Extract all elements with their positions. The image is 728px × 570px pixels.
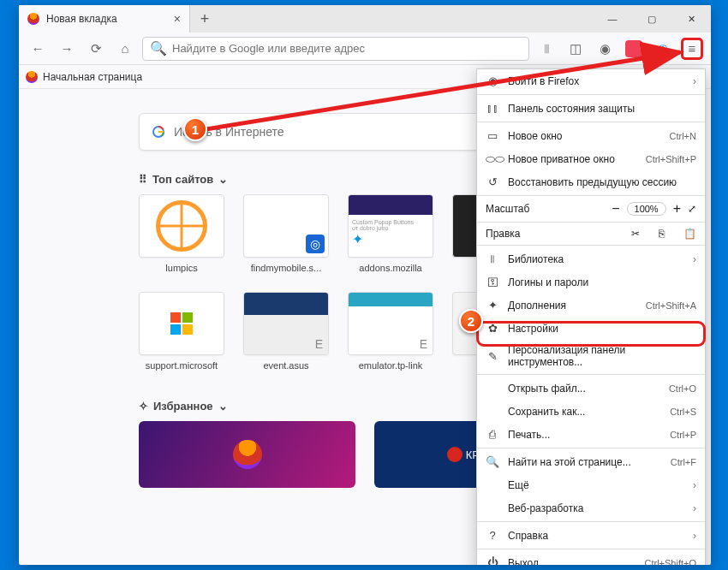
reload-button[interactable]: ⟳	[84, 37, 108, 61]
zoom-in-button[interactable]: +	[673, 201, 681, 217]
menu-save[interactable]: Сохранить как...Ctrl+S	[477, 400, 705, 423]
firefox-favicon-icon	[27, 13, 39, 25]
menu-exit[interactable]: ⏻ВыходCtrl+Shift+Q	[477, 551, 705, 565]
menu-print[interactable]: ⎙Печать...Ctrl+P	[477, 423, 705, 446]
tile-tplink[interactable]: Eemulator.tp-link	[348, 292, 433, 371]
account-icon[interactable]: ◉	[593, 37, 617, 61]
forward-button[interactable]: →	[55, 37, 79, 61]
cut-icon[interactable]: ✂	[631, 228, 640, 240]
star-icon: ✧	[139, 400, 148, 413]
back-button[interactable]: ←	[26, 37, 50, 61]
tile-asus[interactable]: Eevent.asus	[243, 292, 329, 371]
print-icon: ⎙	[486, 428, 499, 441]
firefox-favicon-icon	[26, 71, 38, 83]
titlebar: Новая вкладка × + — ▢ ✕	[19, 5, 711, 33]
app-menu: ◉Войти в Firefox› ⫿⫿Панель состояния защ…	[476, 68, 706, 565]
tile-findmymobile[interactable]: ◎findmymobile.s...	[243, 194, 329, 273]
puzzle-icon: ✦	[486, 299, 499, 312]
menu-more[interactable]: Ещё›	[477, 473, 705, 496]
tab-title: Новая вкладка	[46, 13, 167, 25]
library-icon[interactable]: ⫴	[534, 37, 558, 61]
maximize-button[interactable]: ▢	[632, 5, 671, 33]
grid-icon: ⠿	[139, 173, 147, 186]
tile-lumpics[interactable]: lumpics	[139, 194, 224, 273]
shield-icon: ⫿⫿	[486, 102, 499, 115]
menu-restore[interactable]: ↺Восстановить предыдущую сессию	[477, 170, 705, 193]
menu-new-window[interactable]: ▭Новое окноCtrl+N	[477, 124, 705, 147]
menu-help[interactable]: ?Справка›	[477, 524, 705, 547]
mask-icon: ⬭⬭	[486, 152, 499, 166]
fullscreen-icon[interactable]: ⤢	[688, 203, 696, 215]
eye-icon[interactable]: 👁	[651, 37, 675, 61]
zoom-value[interactable]: 100%	[627, 202, 666, 216]
menu-open[interactable]: Открыть файл...Ctrl+O	[477, 377, 705, 400]
library-icon: ⫴	[486, 252, 499, 266]
paste-icon[interactable]: 📋	[683, 228, 696, 240]
menu-protection[interactable]: ⫿⫿Панель состояния защиты	[477, 97, 705, 120]
browser-window: Новая вкладка × + — ▢ ✕ ← → ⟳ ⌂ 🔍 ⫴ ◫ ◉ …	[19, 5, 711, 565]
chevron-right-icon: ›	[693, 530, 696, 542]
tile-microsoft[interactable]: support.microsoft	[139, 292, 224, 371]
annotation-step-1: 1	[183, 117, 207, 141]
toolbar: ← → ⟳ ⌂ 🔍 ⫴ ◫ ◉ 👁 ≡	[19, 33, 711, 65]
close-icon[interactable]: ×	[174, 12, 181, 26]
tile-addons[interactable]: Custom Popup Buttonsот dobro jutro✦addon…	[348, 194, 433, 273]
chevron-right-icon: ›	[693, 253, 696, 265]
tab-active[interactable]: Новая вкладка ×	[19, 5, 190, 33]
menu-private-window[interactable]: ⬭⬭Новое приватное окноCtrl+Shift+P	[477, 147, 705, 170]
chevron-down-icon: ⌄	[218, 400, 228, 413]
menu-library[interactable]: ⫴Библиотека›	[477, 247, 705, 270]
menu-signin[interactable]: ◉Войти в Firefox›	[477, 69, 705, 92]
menu-webdev[interactable]: Веб-разработка›	[477, 496, 705, 520]
menu-edit: Правка ✂ ⎘ 📋	[477, 224, 705, 243]
menu-addons[interactable]: ✦ДополненияCtrl+Shift+A	[477, 294, 705, 317]
window-icon: ▭	[486, 129, 499, 142]
chevron-right-icon: ›	[693, 502, 696, 514]
zoom-out-button[interactable]: −	[612, 201, 619, 217]
search-icon: 🔍	[150, 40, 167, 56]
minimize-button[interactable]: —	[593, 5, 632, 33]
close-window-button[interactable]: ✕	[671, 5, 711, 33]
power-icon: ⏻	[486, 556, 499, 565]
pocket-icon[interactable]	[622, 37, 646, 61]
chevron-right-icon: ›	[693, 479, 696, 491]
menu-zoom: Масштаб − 100% + ⤢	[477, 198, 705, 220]
bookmark-home[interactable]: Начальная страница	[43, 71, 142, 83]
key-icon: ⚿	[486, 276, 499, 288]
menu-logins[interactable]: ⚿Логины и пароли	[477, 270, 705, 294]
restore-icon: ↺	[486, 175, 499, 188]
brush-icon: ✎	[486, 350, 499, 363]
copy-icon[interactable]: ⎘	[659, 228, 665, 240]
chevron-down-icon: ⌄	[218, 173, 228, 186]
url-bar[interactable]: 🔍	[142, 37, 529, 61]
google-icon	[152, 125, 165, 139]
search-icon: 🔍	[486, 455, 499, 468]
menu-button[interactable]: ≡	[680, 37, 704, 61]
account-icon: ◉	[486, 74, 499, 87]
annotation-step-2: 2	[459, 309, 483, 333]
home-button[interactable]: ⌂	[113, 37, 137, 61]
new-tab-button[interactable]: +	[190, 5, 219, 33]
annotation-highlight-settings	[476, 321, 706, 347]
url-input[interactable]	[172, 42, 522, 55]
promo-card-1[interactable]	[139, 421, 355, 488]
chevron-right-icon: ›	[693, 75, 696, 87]
menu-find[interactable]: 🔍Найти на этой странице...Ctrl+F	[477, 450, 705, 473]
sidebar-icon[interactable]: ◫	[564, 37, 588, 61]
help-icon: ?	[486, 529, 499, 542]
